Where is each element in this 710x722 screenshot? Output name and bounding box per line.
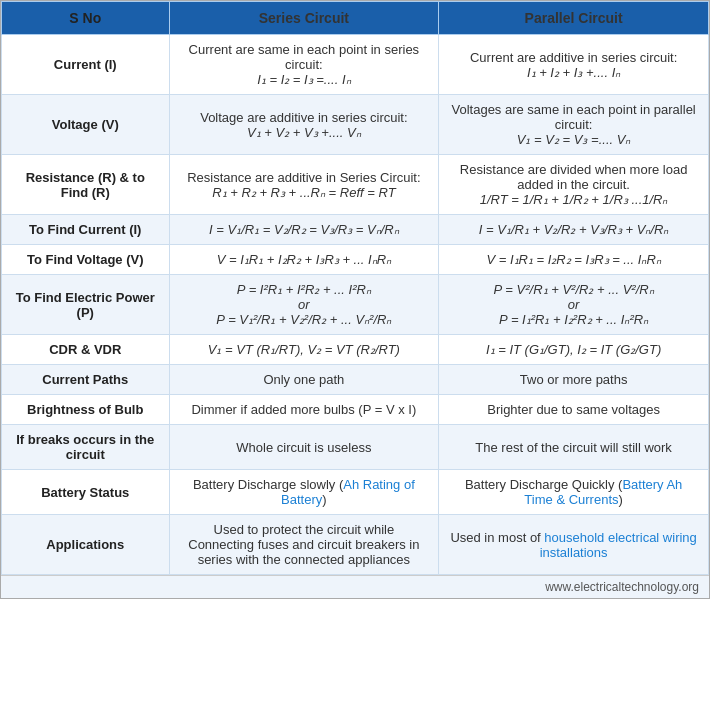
- header-parallel: Parallel Circuit: [439, 2, 709, 35]
- row-parallel-11: Used in most of household electrical wir…: [439, 515, 709, 575]
- row-sno-8: Brightness of Bulb: [2, 395, 170, 425]
- row-series-6: V₁ = VT (R₁/RT), V₂ = VT (R₂/RT): [169, 335, 439, 365]
- comparison-table: R S No Series Circuit Parallel Circuit C…: [0, 0, 710, 599]
- row-series-2: Resistance are additive in Series Circui…: [169, 155, 439, 215]
- row-series-4: V = I₁R₁ + I₂R₂ + I₃R₃ + ... IₙRₙ: [169, 245, 439, 275]
- row-series-9: Whole circuit is useless: [169, 425, 439, 470]
- row-series-7: Only one path: [169, 365, 439, 395]
- row-parallel-2: Resistance are divided when more load ad…: [439, 155, 709, 215]
- row-parallel-5: P = V²/R₁ + V²/R₂ + ... V²/RₙorP = I₁²R₁…: [439, 275, 709, 335]
- row-sno-0: Current (I): [2, 35, 170, 95]
- row-sno-11: Applications: [2, 515, 170, 575]
- row-series-11: Used to protect the circuit while Connec…: [169, 515, 439, 575]
- row-sno-3: To Find Current (I): [2, 215, 170, 245]
- row-parallel-6: I₁ = IT (G₁/GT), I₂ = IT (G₂/GT): [439, 335, 709, 365]
- row-series-1: Voltage are additive in series circuit:V…: [169, 95, 439, 155]
- row-sno-2: Resistance (R) & to Find (R): [2, 155, 170, 215]
- footer: www.electricaltechnology.org: [1, 575, 709, 598]
- row-sno-1: Voltage (V): [2, 95, 170, 155]
- row-parallel-10: Battery Discharge Quickly (Battery Ah Ti…: [439, 470, 709, 515]
- row-parallel-3: I = V₁/R₁ + V₂/R₂ + V₃/R₃ + Vₙ/Rₙ: [439, 215, 709, 245]
- row-parallel-0: Current are additive in series circuit:I…: [439, 35, 709, 95]
- row-series-8: Dimmer if added more bulbs (P = V x I): [169, 395, 439, 425]
- row-series-5: P = I²R₁ + I²R₂ + ... I²RₙorP = V₁²/R₁ +…: [169, 275, 439, 335]
- row-parallel-9: The rest of the circuit will still work: [439, 425, 709, 470]
- row-parallel-8: Brighter due to same voltages: [439, 395, 709, 425]
- row-sno-5: To Find Electric Power (P): [2, 275, 170, 335]
- header-sno: S No: [2, 2, 170, 35]
- row-parallel-4: V = I₁R₁ = I₂R₂ = I₃R₃ = ... IₙRₙ: [439, 245, 709, 275]
- row-sno-10: Battery Status: [2, 470, 170, 515]
- header-series: Series Circuit: [169, 2, 439, 35]
- row-series-10: Battery Discharge slowly (Ah Rating of B…: [169, 470, 439, 515]
- row-series-3: I = V₁/R₁ = V₂/R₂ = V₃/R₃ = Vₙ/Rₙ: [169, 215, 439, 245]
- row-sno-4: To Find Voltage (V): [2, 245, 170, 275]
- row-parallel-7: Two or more paths: [439, 365, 709, 395]
- row-sno-9: If breaks occurs in the circuit: [2, 425, 170, 470]
- row-sno-7: Current Paths: [2, 365, 170, 395]
- row-series-0: Current are same in each point in series…: [169, 35, 439, 95]
- row-parallel-1: Voltages are same in each point in paral…: [439, 95, 709, 155]
- row-sno-6: CDR & VDR: [2, 335, 170, 365]
